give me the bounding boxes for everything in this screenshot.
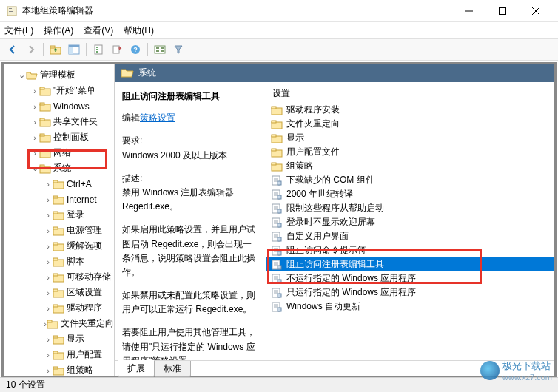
tree-item[interactable]: ›共享文件夹 — [4, 114, 114, 129]
folder-icon — [271, 119, 283, 129]
tree-item[interactable]: ›登录 — [4, 207, 114, 223]
expander-icon[interactable]: › — [44, 351, 53, 359]
expander-icon[interactable]: › — [44, 304, 53, 313]
help-button[interactable]: ? — [127, 41, 144, 58]
forward-button[interactable] — [23, 41, 39, 58]
expander-icon[interactable]: ⌄ — [30, 163, 39, 173]
list-item-label: 登录时不显示欢迎屏幕 — [286, 216, 375, 229]
expander-icon[interactable]: › — [44, 257, 53, 266]
list-item[interactable]: 文件夹重定向 — [266, 117, 554, 131]
back-button[interactable] — [4, 41, 21, 58]
req-text: Windows 2000 及以上版本 — [122, 149, 258, 163]
setting-icon — [271, 288, 283, 298]
detail-title: 阻止访问注册表编辑工具 — [122, 89, 258, 104]
svg-rect-54 — [53, 305, 58, 307]
list-item[interactable]: 限制这些程序从帮助启动 — [266, 201, 554, 215]
tree-label: 电源管理 — [67, 224, 102, 237]
export-button[interactable] — [109, 41, 125, 58]
expander-icon[interactable]: › — [44, 288, 53, 297]
tree-label: 组策略 — [67, 364, 93, 376]
expander-icon[interactable]: › — [44, 335, 53, 344]
filter-button[interactable] — [170, 41, 186, 58]
expander-icon[interactable]: › — [44, 180, 53, 189]
tree-item[interactable]: ›驱动程序 — [4, 300, 114, 316]
policy-settings-link[interactable]: 策略设置 — [140, 112, 175, 123]
tree-root[interactable]: ⌄ 管理模板 — [4, 67, 114, 83]
tree-item[interactable]: ›网络 — [4, 145, 114, 160]
list-item[interactable]: 登录时不显示欢迎屏幕 — [266, 215, 554, 229]
expander-icon[interactable]: › — [30, 149, 39, 158]
menu-view[interactable]: 查看(V) — [84, 24, 113, 37]
tree-label: 脚本 — [67, 255, 84, 268]
menu-action[interactable]: 操作(A) — [44, 24, 73, 37]
maximize-button[interactable] — [485, 0, 519, 22]
setting-icon — [271, 217, 283, 228]
tree-label: 用户配置 — [67, 348, 102, 361]
list-item[interactable]: 自定义用户界面 — [266, 229, 554, 243]
svg-rect-32 — [40, 134, 44, 136]
list-item[interactable]: 不运行指定的 Windows 应用程序 — [266, 271, 554, 285]
tree-item[interactable]: ›控制面板 — [4, 129, 114, 145]
tree-item[interactable]: ›脚本 — [4, 254, 114, 269]
tree-item[interactable]: ›电源管理 — [4, 223, 114, 238]
close-button[interactable] — [519, 0, 552, 22]
svg-rect-46 — [53, 243, 58, 245]
expander-icon[interactable]: › — [30, 118, 39, 126]
expander-icon[interactable]: › — [30, 102, 39, 111]
svg-rect-58 — [53, 336, 58, 338]
list-item[interactable]: 显示 — [266, 131, 554, 145]
up-button[interactable] — [47, 41, 64, 58]
menu-file[interactable]: 文件(F) — [4, 24, 33, 37]
expander-icon[interactable]: › — [30, 133, 39, 142]
tab-standard[interactable]: 标准 — [154, 361, 191, 377]
tab-extended[interactable]: 扩展 — [118, 360, 155, 377]
svg-rect-9 — [50, 46, 55, 48]
setting-icon — [271, 274, 283, 284]
list-item[interactable]: 下载缺少的 COM 组件 — [266, 173, 554, 187]
list-item[interactable]: 组策略 — [266, 159, 554, 173]
expander-icon[interactable]: › — [44, 242, 53, 251]
minimize-button[interactable] — [452, 0, 485, 22]
window-title: 本地组策略编辑器 — [22, 4, 452, 17]
expander-icon[interactable]: › — [44, 211, 53, 220]
show-hide-tree-button[interactable] — [66, 41, 82, 58]
tree-item[interactable]: ⌄系统 — [4, 160, 114, 176]
tree-item[interactable]: ›Internet — [4, 192, 114, 207]
expander-icon[interactable]: › — [44, 226, 53, 235]
tree-item[interactable]: ›用户配置 — [4, 347, 114, 362]
expander-icon[interactable]: › — [44, 273, 53, 282]
svg-rect-77 — [278, 181, 281, 185]
expander-icon[interactable]: › — [44, 366, 53, 375]
settings-list[interactable]: 设置 驱动程序安装文件夹重定向显示用户配置文件组策略下载缺少的 COM 组件20… — [266, 82, 554, 360]
list-item[interactable]: 驱动程序安装 — [266, 103, 554, 117]
list-column-header[interactable]: 设置 — [266, 85, 554, 103]
tree-item[interactable]: ›文件夹重定向 — [4, 316, 114, 331]
svg-rect-66 — [272, 121, 276, 123]
list-item[interactable]: 阻止访问命令提示符 — [266, 243, 554, 257]
folder-icon — [53, 195, 64, 205]
tree-pane[interactable]: ⌄ 管理模板 ›"开始"菜单›Windows›共享文件夹›控制面板›网络⌄系统›… — [4, 64, 115, 376]
list-item[interactable]: 2000 年世纪转译 — [266, 187, 554, 201]
tree-item[interactable]: ›可移动存储 — [4, 269, 114, 285]
collapse-icon[interactable]: ⌄ — [17, 70, 26, 80]
menu-help[interactable]: 帮助(H) — [124, 24, 154, 37]
tree-item[interactable]: ›显示 — [4, 331, 114, 347]
all-settings-button[interactable] — [152, 41, 168, 58]
list-item[interactable]: Windows 自动更新 — [266, 300, 554, 314]
expander-icon[interactable]: › — [44, 195, 53, 204]
list-item[interactable]: 用户配置文件 — [266, 145, 554, 159]
list-item[interactable]: 阻止访问注册表编辑工具 — [266, 257, 554, 271]
list-item-label: 驱动程序安装 — [286, 104, 340, 116]
tree-item[interactable]: ›Windows — [4, 98, 114, 114]
tree-item[interactable]: ›缓解选项 — [4, 238, 114, 254]
svg-point-14 — [96, 47, 98, 48]
svg-rect-72 — [272, 163, 276, 165]
list-item[interactable]: 只运行指定的 Windows 应用程序 — [266, 285, 554, 300]
tree-item[interactable]: ›区域设置 — [4, 285, 114, 300]
tree-item[interactable]: ›"开始"菜单 — [4, 83, 114, 98]
tree-item[interactable]: ›组策略 — [4, 362, 114, 376]
expander-icon[interactable]: › — [30, 87, 39, 95]
svg-rect-122 — [278, 308, 281, 311]
properties-button[interactable] — [90, 41, 107, 58]
tree-item[interactable]: ›Ctrl+A — [4, 176, 114, 192]
